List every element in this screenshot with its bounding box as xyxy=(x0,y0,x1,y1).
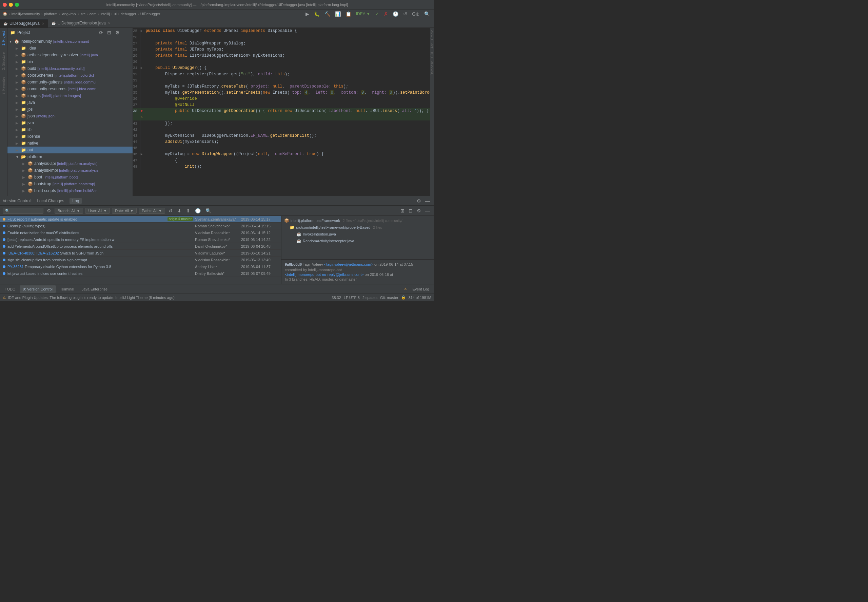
line-code-38[interactable]: public UiDecoration getDecoration() { re… xyxy=(143,108,430,120)
git-refresh[interactable]: ↺ xyxy=(402,11,409,17)
run-btn[interactable]: ▶ xyxy=(304,11,311,17)
status-indent[interactable]: 2 spaces xyxy=(363,296,377,299)
vc-filter-date[interactable]: Date: All ▼ xyxy=(112,208,137,214)
line-code-28[interactable]: private final JBTabs myTabs; xyxy=(143,46,430,52)
line-code-29[interactable]: private final List<UiDebuggerExtension> … xyxy=(143,52,430,59)
commit-row-2[interactable]: Enable notarization for macOS distributi… xyxy=(0,229,281,236)
tree-item-buildscripts[interactable]: ▶ 📦 build-scripts [intellij.platform.bui… xyxy=(8,187,133,194)
tree-item-guitests[interactable]: ▶ 📦 community-guitests [intellij.idea.co… xyxy=(8,79,133,86)
line-code-46[interactable]: myDialog = new DialogWrapper((Project)nu… xyxy=(143,151,430,157)
fold-icon-46[interactable]: ▶ xyxy=(141,152,143,156)
line-code-41[interactable]: }); xyxy=(143,120,430,127)
line-code-31[interactable]: public UiDebugger() { xyxy=(143,65,430,71)
line-code-34[interactable]: myTabs = JBTabsFactory.createTabs( proje… xyxy=(143,83,430,90)
commit-list[interactable]: FUS: report if automatic update is enabl… xyxy=(0,216,281,284)
vc-refresh-btn[interactable]: ↺ xyxy=(167,207,174,214)
bottom-tab-event-log[interactable]: Event Log xyxy=(409,286,433,293)
bottom-tab-terminal[interactable]: Terminal xyxy=(57,286,78,293)
build-btn[interactable]: 🔨 xyxy=(323,11,332,17)
commit-row-0[interactable]: FUS: report if automatic update is enabl… xyxy=(0,216,281,223)
breadcrumb-item-2[interactable]: platform xyxy=(44,12,58,16)
gutter-31[interactable]: ▶ xyxy=(140,65,143,71)
side-label-project[interactable]: 1: Project xyxy=(2,29,5,48)
status-git[interactable]: Git: master xyxy=(380,296,398,299)
line-code-47[interactable]: { xyxy=(143,157,430,164)
coverage-btn[interactable]: 📋 xyxy=(344,11,353,17)
search-btn[interactable]: 🔍 xyxy=(423,11,431,17)
sidebar-sync-btn[interactable]: ⟳ xyxy=(98,29,104,36)
close-button[interactable] xyxy=(3,3,7,7)
sidebar-tree[interactable]: ▼ 🏠 intellij-community [intellij.idea.co… xyxy=(8,37,133,196)
tree-item-lib[interactable]: ▶ 📁 lib xyxy=(8,126,133,133)
bottom-tab-todo[interactable]: TODO xyxy=(2,286,19,293)
commit-row-5[interactable]: IDEA-CR-48380: IDEA-216202 Switch to SSH… xyxy=(0,250,281,256)
tree-item-license[interactable]: ▶ 📁 license xyxy=(8,133,133,140)
tab-uidebuggerext[interactable]: ☕ UiDebuggerExtension.java ✕ xyxy=(48,18,114,28)
vc-collapse-btn[interactable]: ⊟ xyxy=(407,207,414,214)
vc-settings2-btn[interactable]: ⚙ xyxy=(415,207,423,214)
tree-item-idea[interactable]: ▶ 📁 .idea xyxy=(8,45,133,52)
git-history[interactable]: 🕐 xyxy=(391,11,400,17)
tree-item-native[interactable]: ▶ 📁 native xyxy=(8,140,133,147)
vc-right-tree[interactable]: 📦 intellij.platform.testFramework 2 file… xyxy=(282,216,434,259)
vc-minimize-btn[interactable]: — xyxy=(424,207,431,214)
breadcrumb-item-1[interactable]: intellij-community xyxy=(12,12,40,16)
breadcrumb-project-icon[interactable]: 🏠 xyxy=(3,12,8,16)
right-panel-cdi[interactable]: CDI xyxy=(430,51,434,59)
line-code-26[interactable] xyxy=(143,34,430,40)
vc-close-btn[interactable]: — xyxy=(424,198,431,204)
tab-close-btn[interactable]: ✕ xyxy=(42,22,44,25)
right-panel-gradle[interactable]: Gradle xyxy=(430,29,434,41)
tree-item-platform[interactable]: ▼ 📂 platform xyxy=(8,154,133,160)
tree-item-json[interactable]: ▶ 📦 json [intellij.json] xyxy=(8,113,133,120)
fold-icon-25[interactable]: ▶ xyxy=(141,29,143,33)
tree-item-java[interactable]: ▶ 📁 java xyxy=(8,99,133,106)
sidebar-collapse-btn[interactable]: ⊟ xyxy=(106,29,113,36)
vc-filter-branch[interactable]: Branch: All ▼ xyxy=(55,208,83,214)
line-code-44[interactable]: addToUi(myExtensions); xyxy=(143,139,430,145)
side-label-structure[interactable]: 2: Structure xyxy=(2,50,5,72)
line-code-42[interactable] xyxy=(143,127,430,133)
committed-email[interactable]: <intellij-monorepo-bot-no-reply@jetbrain… xyxy=(285,272,364,276)
breadcrumb-item-3[interactable]: lang-impl xyxy=(61,12,77,16)
side-label-favorites[interactable]: 2: Favorites xyxy=(2,75,5,97)
line-code-27[interactable]: private final DialogWrapper myDialog; xyxy=(143,40,430,46)
breakpoint-38[interactable]: ● xyxy=(140,109,143,113)
commit-row-6[interactable]: sign.sh: cleanup files from previous sig… xyxy=(0,256,281,263)
line-code-33[interactable] xyxy=(143,77,430,83)
right-tree-file-2[interactable]: ☕ RandomActivityInterceptor.java xyxy=(282,238,434,244)
tree-item-jvm[interactable]: ▶ 📁 jvm xyxy=(8,120,133,126)
vc-filter-user[interactable]: User: All ▼ xyxy=(85,208,110,214)
breadcrumb-item-6[interactable]: intellij xyxy=(100,12,110,16)
gutter-46[interactable]: ▶ xyxy=(140,151,143,157)
commit-email[interactable]: <tagir.valeev@jetbrains.com> xyxy=(324,262,373,266)
commit-row-7[interactable]: PY-36231 Temporary disable Cython extens… xyxy=(0,263,281,270)
tree-item-analysis-impl[interactable]: ▶ 📦 analysis-impl [intellij.platform.ana… xyxy=(8,167,133,174)
tab-uidebugger[interactable]: ☕ UiDebugger.java ✕ xyxy=(0,18,48,28)
tree-item-root[interactable]: ▼ 🏠 intellij-community [intellij.idea.co… xyxy=(8,38,133,45)
vc-search2-btn[interactable]: 🔍 xyxy=(204,207,213,214)
line-code-48[interactable]: init(); xyxy=(143,164,430,170)
git-x[interactable]: ✗ xyxy=(383,11,389,17)
maximize-button[interactable] xyxy=(15,3,19,7)
vc-filter-paths[interactable]: Paths: All ▼ xyxy=(139,208,165,214)
commit-row-3[interactable]: [tests] replaces Android-specific in-mem… xyxy=(0,236,281,243)
bottom-tab-vc[interactable]: 9: Version Control xyxy=(20,286,56,293)
right-panel-ant[interactable]: Ant xyxy=(430,42,434,50)
vc-fetch-btn[interactable]: ⬇ xyxy=(176,207,183,214)
commit-row-1[interactable]: Cleanup (nullity; typos) Roman Shevchenk… xyxy=(0,223,281,229)
breadcrumb-item-9[interactable]: UiDebugger xyxy=(140,12,161,16)
tree-item-analysis-api[interactable]: ▶ 📦 analysis-api [intellij.platform.anal… xyxy=(8,160,133,167)
tree-item-resources[interactable]: ▶ 📦 community-resources [intellij.idea.c… xyxy=(8,86,133,92)
vc-tab-log[interactable]: Log xyxy=(69,198,82,204)
line-code-25[interactable]: public class UiDebugger extends JPanel i… xyxy=(143,28,430,34)
line-code-32[interactable]: Disposer.register(Disposer.get("ui"), ch… xyxy=(143,71,430,77)
vc-history-btn[interactable]: 🕐 xyxy=(194,207,202,214)
sidebar-settings-btn[interactable]: ⚙ xyxy=(114,29,121,36)
tree-item-images[interactable]: ▶ 📦 images [intellij.platform.images] xyxy=(8,92,133,99)
tab-close-btn-2[interactable]: ✕ xyxy=(108,22,110,25)
vc-expand-btn[interactable]: ⊞ xyxy=(399,207,406,214)
tree-item-jps[interactable]: ▶ 📁 jps xyxy=(8,106,133,113)
gutter-25[interactable]: ▶ xyxy=(140,28,143,34)
tree-item-build[interactable]: ▶ 📦 build [intellij.idea.community.build… xyxy=(8,65,133,72)
